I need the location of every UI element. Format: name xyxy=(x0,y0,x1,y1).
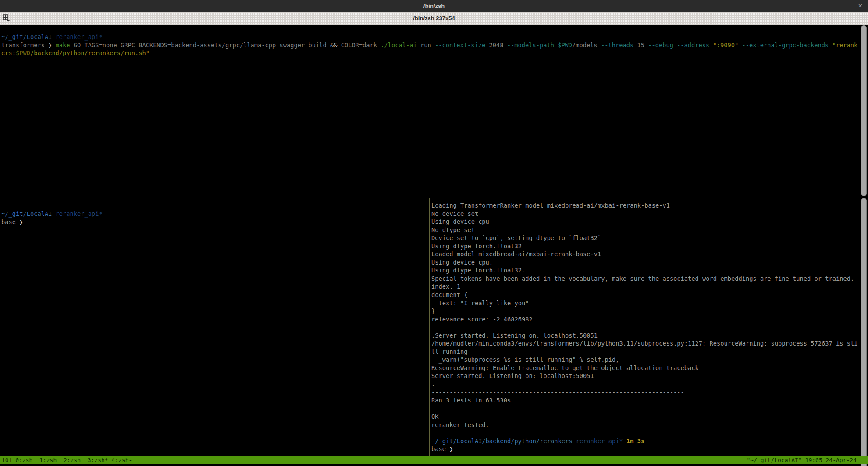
terminal-line xyxy=(1,201,429,210)
window-titlebar[interactable]: /bin/zsh ✕ xyxy=(0,0,868,12)
terminal-line: ers:$PWD/backend/python/rerankers/run.sh… xyxy=(1,49,859,57)
terminal-line: Loading TransformerRanker model mixedbre… xyxy=(431,201,858,210)
terminal-line: Using dtype torch.float32. xyxy=(431,266,858,275)
terminal-line: Ran 3 tests in 63.530s xyxy=(431,396,858,405)
terminal-line xyxy=(431,323,858,332)
terminal-line: ResourceWarning: Enable tracemalloc to g… xyxy=(431,364,858,372)
scrollbar-thumb-bottom-right-pane[interactable] xyxy=(861,198,867,466)
terminal-line: transformers ❯ make GO_TAGS=none GRPC_BA… xyxy=(1,41,859,49)
terminal-line: relevance_score: -2.46826982 xyxy=(431,315,858,324)
terminal-line: ll running xyxy=(431,348,858,356)
close-icon[interactable]: ✕ xyxy=(858,0,863,12)
terminal-line: index: 1 xyxy=(431,282,858,291)
terminal-line: Special tokens have been added in the vo… xyxy=(431,275,858,283)
terminal-line: text: "I really like you" xyxy=(431,299,858,307)
terminal-area: ~/_git/LocalAI reranker_api*transformers… xyxy=(0,25,868,456)
window-title: /bin/zsh xyxy=(0,0,868,12)
terminal-line: Using device cpu xyxy=(431,218,858,226)
tmux-status-bar[interactable]: [0] 0:zsh 1:zsh 2:zsh 3:zsh* 4:zsh- "~/_… xyxy=(0,456,868,464)
terminal-line: } xyxy=(431,307,858,315)
terminal-line: ~/_git/LocalAI reranker_api* xyxy=(1,33,859,41)
terminal-line: reranker tested. xyxy=(431,421,858,429)
terminal-line: ~/_git/LocalAI/backend/python/rerankers … xyxy=(431,437,858,445)
terminal-cursor xyxy=(27,218,31,225)
terminal-pane-bottom-left[interactable]: ~/_git/LocalAI reranker_api*base ❯ xyxy=(0,198,430,456)
terminal-line: Using device cpu. xyxy=(431,258,858,267)
terminal-line: Loaded model mixedbread-ai/mxbai-rerank-… xyxy=(431,250,858,258)
terminal-line: No device set xyxy=(431,210,858,218)
tmux-session-info: "~/_git/LocalAI" 19:05 24-Apr-24 xyxy=(747,456,857,464)
terminal-line: Server started. Listening on: localhost:… xyxy=(431,372,858,380)
terminal-line: /home/mudler/miniconda3/envs/transformer… xyxy=(431,339,858,348)
terminal-line: . xyxy=(431,380,858,388)
terminal-pane-bottom-right[interactable]: Loading TransformerRanker model mixedbre… xyxy=(430,198,859,456)
pane-divider-vertical[interactable] xyxy=(429,198,430,456)
terminal-pane-top[interactable]: ~/_git/LocalAI reranker_api*transformers… xyxy=(0,25,860,205)
terminal-line: OK xyxy=(431,413,858,421)
terminal-line xyxy=(431,405,858,413)
terminal-line: Device set to `cpu`, setting dtype to `f… xyxy=(431,234,858,242)
terminal-line: _warn("subprocess %s is still running" %… xyxy=(431,356,858,364)
terminal-line: base ❯ xyxy=(431,445,858,453)
terminal-line: ~/_git/LocalAI reranker_api* xyxy=(1,210,429,218)
terminal-line: base ❯ xyxy=(1,218,429,226)
active-tab-label[interactable]: /bin/zsh 237x54 xyxy=(0,12,868,25)
scrollbar-thumb-top-pane[interactable] xyxy=(861,25,867,196)
terminal-line: ----------------------------------------… xyxy=(431,388,858,397)
terminal-line: document { xyxy=(431,291,858,299)
terminal-line: .Server started. Listening on: localhost… xyxy=(431,332,858,340)
terminal-line xyxy=(431,429,858,437)
tab-bar: /bin/zsh 237x54 xyxy=(0,12,868,25)
terminal-line: Using dtype torch.float32 xyxy=(431,242,858,251)
terminal-line: No dtype set xyxy=(431,226,858,234)
tmux-window-list[interactable]: [0] 0:zsh 1:zsh 2:zsh 3:zsh* 4:zsh- xyxy=(2,456,132,464)
